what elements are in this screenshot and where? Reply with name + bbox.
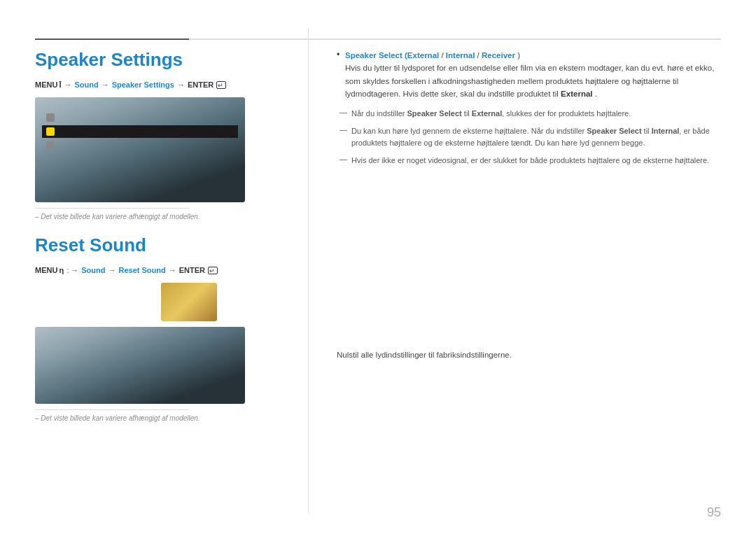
sub-note-text-2: Du kan kun høre lyd gennem de eksterne h… xyxy=(351,125,721,149)
speaker-settings-screenshot xyxy=(35,97,245,202)
reset-desc-text: Nulstil alle lydindstillinger til fabrik… xyxy=(337,351,512,359)
close-paren: ) xyxy=(517,51,520,59)
screen-bg-2 xyxy=(35,327,245,404)
receiver-label: Receiver xyxy=(482,51,515,59)
sub-note-1: — Når du indstiller Speaker Select til E… xyxy=(337,108,721,120)
bullet-content-1: Speaker Select (External / Internal / Re… xyxy=(345,49,721,101)
sub-note-2: — Du kan kun høre lyd gennem de eksterne… xyxy=(337,125,721,149)
speaker-select-label: Speaker Select (External xyxy=(345,51,439,59)
left-panel: Speaker Settings MENU Ī → Sound → Speake… xyxy=(35,28,308,513)
right-panel: • Speaker Select (External / Internal / … xyxy=(308,28,721,513)
menu-label-1: MENU xyxy=(35,80,57,89)
reset-sound-title: Reset Sound xyxy=(35,234,308,256)
reset-sound-screenshot xyxy=(35,327,245,404)
arrow-5: → xyxy=(108,266,115,274)
internal-label: Internal xyxy=(446,51,475,59)
menu-overlay-1 xyxy=(42,111,238,153)
reset-thumbnail xyxy=(161,283,217,321)
enter-label-1: ENTER xyxy=(188,80,214,89)
enter-label-2: ENTER xyxy=(179,266,205,274)
top-rule xyxy=(35,38,721,40)
arrow-1: → xyxy=(64,80,71,89)
dash-3: — xyxy=(340,155,347,163)
bullet-item-main: • Speaker Select (External / Internal / … xyxy=(337,49,721,101)
menu-n-icon: η xyxy=(59,266,64,274)
arrow-6: → xyxy=(169,266,176,274)
reset-thumbnail-wrapper xyxy=(70,283,308,321)
menu-m-icon-1: Ī xyxy=(59,80,61,89)
menu-item-3 xyxy=(42,139,238,152)
reset-sound-section: Reset Sound MENU η : → Sound → Reset Sou… xyxy=(35,234,308,422)
reset-sound-menu-path: MENU η : → Sound → Reset Sound → ENTER xyxy=(35,266,308,274)
menu-item-2-selected xyxy=(42,125,238,138)
menu-item-1 xyxy=(42,111,238,124)
speaker-settings-highlight: Speaker Settings xyxy=(112,80,174,89)
arrow-4: : → xyxy=(66,266,78,274)
bullet-dot-1: • xyxy=(337,50,345,101)
speaker-settings-section: Speaker Settings MENU Ī → Sound → Speake… xyxy=(35,49,308,220)
sub-note-text-1: Når du indstiller Speaker Select til Ext… xyxy=(351,108,631,120)
divider-2 xyxy=(35,409,189,410)
dash-1: — xyxy=(340,108,347,116)
sub-note-text-3: Hvis der ikke er noget videosignal, er d… xyxy=(351,155,709,167)
period-1: . xyxy=(595,90,597,98)
speaker-settings-title: Speaker Settings xyxy=(35,49,308,71)
speaker-settings-caption: – Det viste billede kan variere afhængig… xyxy=(35,213,308,220)
arrow-3: → xyxy=(177,80,185,89)
item-icon-3 xyxy=(46,141,55,150)
reset-sound-description: Nulstil alle lydindstillinger til fabrik… xyxy=(337,181,721,361)
reset-sound-highlight: Reset Sound xyxy=(118,266,165,274)
external-bold: External xyxy=(561,90,592,98)
divider-1 xyxy=(35,208,189,209)
enter-icon-1 xyxy=(216,81,226,89)
arrow-2: → xyxy=(102,80,109,89)
sound-label-1: Sound xyxy=(74,80,98,89)
item-icon-1 xyxy=(46,113,55,122)
enter-icon-2 xyxy=(208,267,218,274)
page-number: 95 xyxy=(707,505,721,520)
item-icon-2 xyxy=(46,127,55,136)
speaker-settings-menu-path: MENU Ī → Sound → Speaker Settings → ENTE… xyxy=(35,80,308,89)
bullet-body-text: Hvis du lytter til lydsporet for en udse… xyxy=(345,64,714,98)
reset-sound-caption: – Det viste billede kan variere afhængig… xyxy=(35,414,308,422)
sound-label-2: Sound xyxy=(81,266,105,274)
sub-note-3: — Hvis der ikke er noget videosignal, er… xyxy=(337,155,721,167)
menu-label-2: MENU xyxy=(35,266,57,274)
dash-2: — xyxy=(340,125,347,134)
